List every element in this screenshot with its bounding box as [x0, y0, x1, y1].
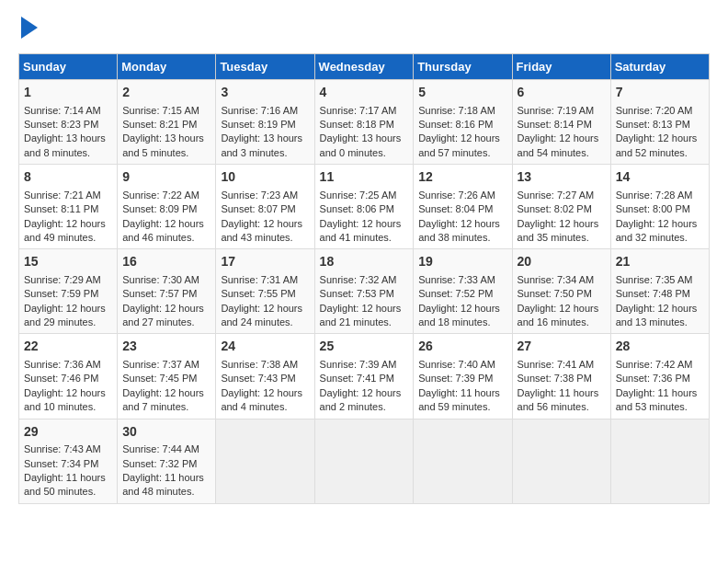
daylight-text: Daylight: 12 hours and 24 minutes. [221, 303, 302, 327]
calendar-cell: 9Sunrise: 7:22 AMSunset: 8:09 PMDaylight… [118, 165, 216, 249]
sunrise-text: Sunrise: 7:14 AM [24, 105, 101, 116]
day-number: 30 [122, 423, 210, 442]
calendar-cell: 11Sunrise: 7:25 AMSunset: 8:06 PMDayligh… [314, 165, 414, 249]
calendar-cell [414, 419, 512, 503]
sunset-text: Sunset: 8:02 PM [518, 203, 592, 214]
daylight-text: Daylight: 12 hours and 4 minutes. [221, 387, 302, 412]
calendar-cell [314, 419, 414, 503]
sunrise-text: Sunrise: 7:40 AM [418, 359, 495, 370]
calendar-cell: 22Sunrise: 7:36 AMSunset: 7:46 PMDayligh… [19, 334, 118, 419]
sunset-text: Sunset: 7:43 PM [221, 373, 295, 384]
day-number: 20 [518, 253, 606, 271]
daylight-text: Daylight: 12 hours and 7 minutes. [122, 387, 204, 412]
sunset-text: Sunset: 7:45 PM [122, 373, 197, 384]
day-number: 25 [320, 338, 409, 356]
daylight-text: Daylight: 12 hours and 16 minutes. [518, 303, 599, 327]
day-number: 11 [320, 168, 409, 187]
calendar-cell: 1Sunrise: 7:14 AMSunset: 8:23 PMDaylight… [19, 80, 118, 165]
header-thursday: Thursday [414, 54, 512, 80]
calendar-cell: 16Sunrise: 7:30 AMSunset: 7:57 PMDayligh… [118, 249, 216, 334]
calendar-cell: 6Sunrise: 7:19 AMSunset: 8:14 PMDaylight… [512, 80, 610, 165]
sunrise-text: Sunrise: 7:29 AM [24, 274, 101, 285]
sunset-text: Sunset: 8:18 PM [320, 119, 394, 130]
logo [18, 18, 38, 39]
sunset-text: Sunset: 8:19 PM [221, 119, 295, 130]
calendar-cell: 14Sunrise: 7:28 AMSunset: 8:00 PMDayligh… [610, 165, 709, 249]
sunrise-text: Sunrise: 7:18 AM [418, 105, 495, 116]
daylight-text: Daylight: 12 hours and 54 minutes. [518, 132, 599, 157]
daylight-text: Daylight: 12 hours and 18 minutes. [418, 303, 500, 327]
daylight-text: Daylight: 13 hours and 5 minutes. [122, 132, 204, 157]
calendar-cell [610, 419, 709, 503]
sunset-text: Sunset: 7:38 PM [518, 373, 592, 384]
sunset-text: Sunset: 7:57 PM [122, 288, 197, 299]
daylight-text: Daylight: 12 hours and 49 minutes. [24, 218, 106, 243]
sunset-text: Sunset: 7:36 PM [616, 373, 690, 384]
calendar-cell: 7Sunrise: 7:20 AMSunset: 8:13 PMDaylight… [610, 80, 709, 165]
day-number: 8 [24, 168, 112, 187]
sunrise-text: Sunrise: 7:34 AM [518, 274, 595, 285]
day-number: 17 [221, 253, 309, 271]
day-number: 9 [122, 168, 210, 187]
calendar-cell: 19Sunrise: 7:33 AMSunset: 7:52 PMDayligh… [414, 249, 512, 334]
sunset-text: Sunset: 8:16 PM [418, 119, 493, 130]
sunrise-text: Sunrise: 7:16 AM [221, 105, 298, 116]
sunset-text: Sunset: 8:06 PM [320, 203, 394, 214]
calendar-cell: 23Sunrise: 7:37 AMSunset: 7:45 PMDayligh… [118, 334, 216, 419]
calendar-cell: 29Sunrise: 7:43 AMSunset: 7:34 PMDayligh… [19, 419, 118, 503]
daylight-text: Daylight: 13 hours and 8 minutes. [24, 132, 106, 157]
calendar-cell [512, 419, 610, 503]
day-number: 15 [24, 253, 112, 271]
calendar-week-row: 29Sunrise: 7:43 AMSunset: 7:34 PMDayligh… [19, 419, 710, 503]
daylight-text: Daylight: 12 hours and 10 minutes. [24, 387, 106, 412]
sunrise-text: Sunrise: 7:37 AM [122, 359, 199, 370]
day-number: 1 [24, 84, 112, 102]
header-monday: Monday [118, 54, 216, 80]
day-number: 7 [616, 84, 704, 102]
daylight-text: Daylight: 11 hours and 48 minutes. [122, 472, 204, 497]
sunset-text: Sunset: 8:21 PM [122, 119, 197, 130]
calendar-cell: 24Sunrise: 7:38 AMSunset: 7:43 PMDayligh… [216, 334, 314, 419]
daylight-text: Daylight: 13 hours and 0 minutes. [320, 132, 402, 157]
calendar-cell [216, 419, 314, 503]
day-number: 13 [518, 168, 606, 187]
sunset-text: Sunset: 8:23 PM [24, 119, 98, 130]
header-saturday: Saturday [610, 54, 709, 80]
sunrise-text: Sunrise: 7:17 AM [320, 105, 397, 116]
sunrise-text: Sunrise: 7:28 AM [616, 190, 693, 201]
sunrise-text: Sunrise: 7:15 AM [122, 105, 199, 116]
day-number: 26 [418, 338, 506, 356]
daylight-text: Daylight: 12 hours and 13 minutes. [616, 303, 698, 327]
daylight-text: Daylight: 12 hours and 41 minutes. [320, 218, 402, 243]
sunrise-text: Sunrise: 7:35 AM [616, 274, 693, 285]
sunrise-text: Sunrise: 7:41 AM [518, 359, 595, 370]
day-number: 16 [122, 253, 210, 271]
calendar-cell: 10Sunrise: 7:23 AMSunset: 8:07 PMDayligh… [216, 165, 314, 249]
day-number: 21 [616, 253, 704, 271]
header-friday: Friday [512, 54, 610, 80]
day-number: 14 [616, 168, 704, 187]
daylight-text: Daylight: 11 hours and 56 minutes. [518, 387, 599, 412]
page-header [18, 18, 710, 39]
calendar-cell: 18Sunrise: 7:32 AMSunset: 7:53 PMDayligh… [314, 249, 414, 334]
calendar-cell: 27Sunrise: 7:41 AMSunset: 7:38 PMDayligh… [512, 334, 610, 419]
day-number: 6 [518, 84, 606, 102]
sunrise-text: Sunrise: 7:31 AM [221, 274, 298, 285]
calendar-cell: 2Sunrise: 7:15 AMSunset: 8:21 PMDaylight… [118, 80, 216, 165]
sunset-text: Sunset: 7:46 PM [24, 373, 98, 384]
sunrise-text: Sunrise: 7:23 AM [221, 190, 298, 201]
sunset-text: Sunset: 8:11 PM [24, 203, 98, 214]
daylight-text: Daylight: 11 hours and 50 minutes. [24, 472, 106, 497]
calendar-header-row: Sunday Monday Tuesday Wednesday Thursday… [19, 54, 710, 80]
sunrise-text: Sunrise: 7:43 AM [24, 443, 101, 454]
day-number: 3 [221, 84, 309, 102]
calendar-week-row: 8Sunrise: 7:21 AMSunset: 8:11 PMDaylight… [19, 165, 710, 249]
sunrise-text: Sunrise: 7:38 AM [221, 359, 298, 370]
day-number: 12 [418, 168, 506, 187]
sunrise-text: Sunrise: 7:20 AM [616, 105, 693, 116]
header-wednesday: Wednesday [314, 54, 414, 80]
sunrise-text: Sunrise: 7:30 AM [122, 274, 199, 285]
sunset-text: Sunset: 7:41 PM [320, 373, 394, 384]
sunrise-text: Sunrise: 7:25 AM [320, 190, 397, 201]
day-number: 10 [221, 168, 309, 187]
